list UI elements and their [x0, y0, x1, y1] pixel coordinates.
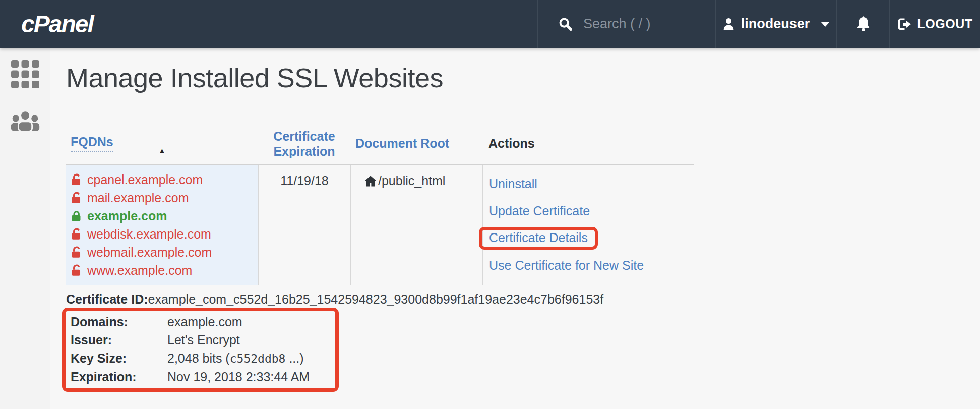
fqdns-cell: cpanel.example.com mail.example.com exam… — [66, 165, 258, 285]
domains-label: Domains: — [71, 313, 167, 331]
username-label: linodeuser — [741, 16, 810, 32]
top-navbar: cPanel linodeuser LOGOUT — [0, 0, 980, 48]
fqdn-item: cpanel.example.com — [71, 170, 258, 189]
fqdn-item: mail.example.com — [71, 189, 258, 207]
column-header-fqdns[interactable]: FQDNs — [66, 123, 258, 164]
sidebar — [0, 48, 50, 409]
expiration-label: Expiration: — [71, 368, 167, 386]
certificate-details-link[interactable]: Certificate Details — [489, 230, 588, 245]
sort-ascending-icon[interactable]: ▲ — [158, 147, 166, 154]
detail-row-issuer: Issuer: Let's Encrypt — [71, 331, 335, 349]
table-row: cpanel.example.com mail.example.com exam… — [66, 165, 694, 285]
detail-row-key-size: Key Size: 2,048 bits (c552ddb8 ...) — [71, 349, 335, 368]
detail-row-domains: Domains: example.com — [71, 313, 335, 331]
apps-grid-icon — [11, 81, 39, 90]
bell-icon — [855, 16, 871, 32]
issuer-label: Issuer: — [71, 331, 167, 349]
actions-cell: Uninstall Update Certificate Certificate… — [482, 165, 694, 285]
cpanel-logo[interactable]: cPanel — [0, 0, 93, 48]
user-icon — [722, 17, 735, 31]
certificate-id-value: example_com_c552d_16b25_1542594823_9300d… — [148, 292, 604, 306]
fqdn-item: example.com — [71, 207, 258, 225]
document-root-header-label: Document Root — [355, 136, 449, 151]
actions-header-label: Actions — [488, 136, 535, 151]
column-header-certificate-expiration[interactable]: Certificate Expiration — [258, 123, 350, 164]
lock-open-icon — [71, 227, 82, 241]
fqdn-item: webdisk.example.com — [71, 225, 258, 243]
page-title: Manage Installed SSL Websites — [66, 62, 980, 93]
user-menu[interactable]: linodeuser — [715, 0, 836, 48]
detail-row-expiration: Expiration: Nov 19, 2018 2:33:44 AM — [71, 368, 335, 386]
table-header-row: FQDNs Certificate Expiration Document Ro… — [66, 123, 694, 165]
search-icon — [558, 17, 573, 32]
expiration-value: Nov 19, 2018 2:33:44 AM — [167, 368, 310, 386]
issuer-value: Let's Encrypt — [167, 331, 240, 349]
search-section — [537, 0, 715, 48]
column-header-document-root[interactable]: Document Root — [350, 123, 482, 164]
annotation-box-certificate-summary: Domains: example.com Issuer: Let's Encry… — [62, 308, 339, 392]
user-manager-icon — [10, 126, 41, 134]
certificate-id-line: Certificate ID:example_com_c552d_16b25_1… — [66, 292, 980, 307]
logout-label: LOGOUT — [917, 17, 973, 31]
notifications-button[interactable] — [836, 0, 889, 48]
use-certificate-for-new-site-link[interactable]: Use Certificate for New Site — [489, 258, 644, 273]
fqdn-item: www.example.com — [71, 261, 258, 279]
ssl-websites-table: FQDNs Certificate Expiration Document Ro… — [66, 123, 694, 285]
lock-open-icon — [71, 191, 82, 205]
domains-value: example.com — [167, 313, 242, 331]
logout-button[interactable]: LOGOUT — [889, 0, 980, 48]
navbar-right-group: linodeuser LOGOUT — [537, 0, 980, 48]
logout-icon — [897, 18, 912, 31]
uninstall-link[interactable]: Uninstall — [489, 177, 537, 191]
key-id-mono: c552ddb8 — [230, 352, 286, 365]
lock-open-icon — [71, 246, 82, 259]
search-input[interactable] — [583, 16, 699, 32]
key-size-value: 2,048 bits (c552ddb8 ...) — [167, 349, 304, 368]
expiration-date: 11/19/18 — [280, 173, 328, 188]
sidebar-item-tools[interactable] — [11, 60, 39, 88]
document-root-cell: /public_html — [350, 165, 482, 285]
lock-open-icon — [71, 264, 82, 277]
certificate-id-label: Certificate ID: — [66, 292, 148, 306]
fqdn-item: webmail.example.com — [71, 243, 258, 261]
expiration-header-label: Certificate Expiration — [270, 129, 338, 159]
home-icon — [364, 175, 377, 187]
column-header-actions: Actions — [482, 123, 694, 164]
update-certificate-link[interactable]: Update Certificate — [489, 204, 590, 218]
chevron-down-icon — [821, 22, 830, 27]
document-root-path: /public_html — [378, 173, 445, 188]
main-content: Manage Installed SSL Websites FQDNs Cert… — [51, 48, 980, 409]
key-size-label: Key Size: — [71, 349, 167, 368]
fqdns-header-label: FQDNs — [71, 135, 113, 152]
lock-closed-icon — [71, 209, 82, 223]
lock-open-icon — [71, 173, 82, 187]
sidebar-item-user-manager[interactable] — [10, 109, 41, 133]
certificate-expiration-cell: 11/19/18 — [258, 165, 350, 285]
annotation-box-certificate-details: Certificate Details — [479, 227, 598, 250]
